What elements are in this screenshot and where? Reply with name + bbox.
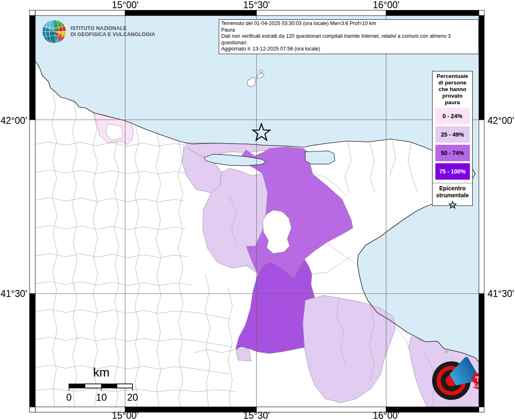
legend-label-75-100: 75 - 100%: [439, 168, 466, 175]
axis-top-15-30: 15°30': [238, 0, 275, 10]
legend-title-line5: paura: [433, 99, 472, 106]
axis-left-42-00: 42°00': [0, 116, 27, 126]
legend-epicenter-line2: strumentale: [433, 192, 472, 199]
ingv-logo: ISTITUTO NAZIONALE DI GEOFISICA E VULCAN…: [41, 19, 155, 44]
scalebar-tick-0: 0: [66, 392, 71, 403]
axis-top-16-00: 16°00': [368, 0, 405, 10]
ingv-name-line1: ISTITUTO NAZIONALE: [71, 25, 155, 32]
info-line-event: Terremoto del 01-04-2025 03:30:03 (ora l…: [221, 21, 476, 27]
region-25-49-small: [236, 349, 251, 361]
axis-right-42-00: 42°00': [488, 116, 515, 126]
legend-label-50-74: 50 - 74%: [441, 150, 464, 156]
legend-swatch-75-100: 75 - 100%: [435, 163, 470, 180]
legend-swatch-50-74: 50 - 74%: [435, 145, 470, 161]
info-box: Terremoto del 01-04-2025 03:30:03 (ora l…: [219, 19, 479, 54]
ingv-globe-icon: [41, 19, 67, 44]
epicenter-star-icon: [448, 200, 458, 210]
legend-label-0-24: 0 - 24%: [442, 113, 462, 119]
axis-top-15-00: 15°00': [107, 0, 144, 10]
varano-lagoon: [305, 151, 335, 164]
legend-title-line3: che hanno: [433, 86, 472, 93]
info-line-source: Dati non verificati estratti da 120 ques…: [221, 33, 476, 46]
map-page: km 0 10 20 ? www.h: [0, 0, 515, 420]
legend-title-line1: Percentuale: [433, 73, 472, 80]
scalebar-unit: km: [93, 365, 110, 379]
legend-title-line4: provato: [433, 93, 472, 99]
axis-right-41-30: 41°30': [488, 289, 515, 299]
legend-divider: [433, 183, 472, 183]
axis-bottom-15-30: 15°30': [238, 411, 275, 420]
legend-label-25-49: 25 - 49%: [441, 131, 464, 138]
info-line-updated: Aggiornato il: 13-12-2025 07:56 (ora loc…: [221, 46, 476, 52]
legend-title-line2: di persone: [433, 80, 472, 86]
ingv-name-line2: DI GEOFISICA E VULCANOLOGIA: [71, 32, 155, 38]
scalebar-tick-10: 10: [96, 392, 107, 403]
watermark-haisentito: haisentito: [492, 353, 515, 409]
info-line-map: Paura: [221, 27, 476, 34]
legend-swatch-25-49: 25 - 49%: [435, 126, 470, 143]
legend-box: Percentuale di persone che hanno provato…: [432, 71, 473, 206]
watermark-terremoto: terremoto: [491, 399, 515, 420]
scalebar-tick-20: 20: [127, 392, 138, 403]
legend-swatch-0-24: 0 - 24%: [435, 108, 470, 124]
axis-bottom-15-00: 15°00': [107, 411, 144, 420]
legend-epicenter-line1: Epicentro: [433, 185, 472, 192]
axis-left-41-30: 41°30': [0, 289, 27, 299]
axis-bottom-16-00: 16°00': [368, 411, 405, 420]
